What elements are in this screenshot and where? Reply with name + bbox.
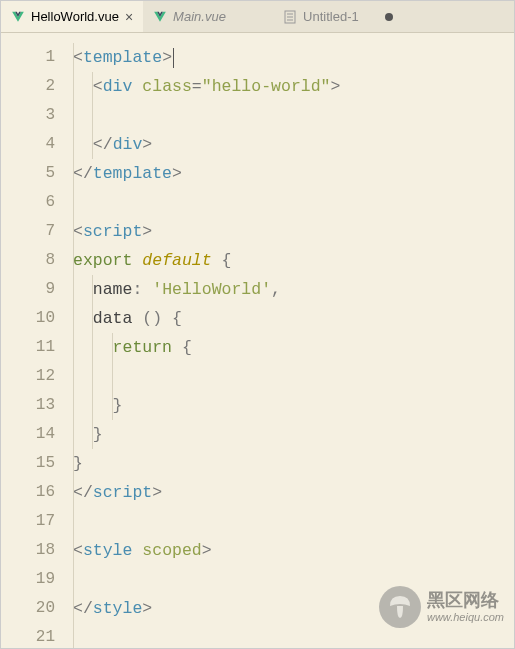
editor: 123456789101112131415161718192021 <templ… — [1, 33, 514, 648]
line-number: 17 — [1, 507, 55, 536]
watermark: 黑区网络 www.heiqu.com — [379, 586, 504, 628]
file-icon — [283, 10, 297, 24]
line-number: 9 — [1, 275, 55, 304]
line-number: 10 — [1, 304, 55, 333]
code-line — [73, 362, 514, 391]
close-icon[interactable]: × — [125, 9, 133, 25]
code-line — [73, 101, 514, 130]
line-number: 12 — [1, 362, 55, 391]
line-number: 16 — [1, 478, 55, 507]
line-number: 18 — [1, 536, 55, 565]
line-number: 3 — [1, 101, 55, 130]
code-line: return { — [73, 333, 514, 362]
watermark-subtitle: www.heiqu.com — [427, 611, 504, 623]
code-line: </template> — [73, 159, 514, 188]
watermark-title: 黑区网络 — [427, 591, 504, 611]
line-number: 6 — [1, 188, 55, 217]
line-number: 13 — [1, 391, 55, 420]
vue-icon — [153, 10, 167, 24]
tab-label: HelloWorld.vue — [31, 9, 119, 24]
code-line — [73, 507, 514, 536]
tab-bar: HelloWorld.vue×Main.vueUntitled-1 — [1, 1, 514, 33]
line-number: 19 — [1, 565, 55, 594]
mushroom-icon — [379, 586, 421, 628]
line-number: 21 — [1, 623, 55, 649]
code-line: <div class="hello-world"> — [73, 72, 514, 101]
code-area[interactable]: <template> <div class="hello-world"> </d… — [73, 33, 514, 648]
code-line: <script> — [73, 217, 514, 246]
tab-main-vue[interactable]: Main.vue — [143, 1, 273, 32]
code-line: <template> — [73, 43, 514, 72]
tab-label: Main.vue — [173, 9, 226, 24]
code-line: data () { — [73, 304, 514, 333]
tab-untitled-1[interactable]: Untitled-1 — [273, 1, 403, 32]
line-number: 14 — [1, 420, 55, 449]
tab-label: Untitled-1 — [303, 9, 359, 24]
line-number: 1 — [1, 43, 55, 72]
tab-helloworld-vue[interactable]: HelloWorld.vue× — [1, 1, 143, 32]
code-line: </div> — [73, 130, 514, 159]
code-line: </script> — [73, 478, 514, 507]
code-line: name: 'HelloWorld', — [73, 275, 514, 304]
line-number: 2 — [1, 72, 55, 101]
line-number: 11 — [1, 333, 55, 362]
line-number: 4 — [1, 130, 55, 159]
code-line: export default { — [73, 246, 514, 275]
line-number: 8 — [1, 246, 55, 275]
code-line: } — [73, 420, 514, 449]
unsaved-dot-icon — [385, 13, 393, 21]
vue-icon — [11, 10, 25, 24]
line-number: 7 — [1, 217, 55, 246]
line-number: 20 — [1, 594, 55, 623]
code-line — [73, 188, 514, 217]
line-number: 15 — [1, 449, 55, 478]
line-number: 5 — [1, 159, 55, 188]
line-number-gutter: 123456789101112131415161718192021 — [1, 33, 73, 648]
code-line: <style scoped> — [73, 536, 514, 565]
code-line: } — [73, 449, 514, 478]
code-line: } — [73, 391, 514, 420]
